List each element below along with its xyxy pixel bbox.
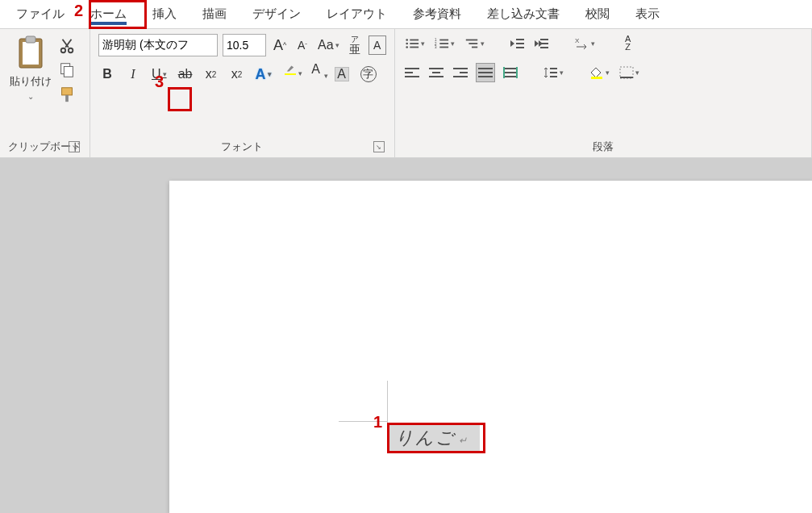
- svg-rect-45: [503, 76, 518, 77]
- svg-rect-50: [550, 76, 557, 77]
- paste-button[interactable]: 貼り付け ⌄: [8, 34, 53, 102]
- sort-button[interactable]: AZ: [619, 34, 637, 53]
- enclose-characters-button[interactable]: A: [369, 35, 386, 55]
- clipboard-launcher[interactable]: ↘: [69, 141, 80, 152]
- text-direction-button[interactable]: X▾: [573, 34, 597, 53]
- phonetic-guide-button[interactable]: ア亜: [346, 35, 364, 55]
- character-shading-button[interactable]: A: [333, 65, 351, 84]
- ribbon-tabs: ファイル ホーム 挿入 描画 デザイン レイアウト 参考資料 差し込み文書 校閲…: [0, 0, 812, 29]
- tab-draw[interactable]: 描画: [189, 2, 239, 27]
- align-center-button[interactable]: [427, 63, 445, 82]
- clipboard-icon: [15, 35, 47, 71]
- svg-rect-49: [550, 72, 557, 73]
- svg-point-4: [69, 48, 73, 53]
- shrink-font-button[interactable]: Aˇ: [294, 35, 311, 55]
- italic-button[interactable]: I: [124, 65, 142, 84]
- svg-rect-24: [516, 39, 524, 40]
- svg-rect-37: [453, 68, 468, 69]
- svg-rect-46: [503, 67, 505, 78]
- page[interactable]: りんご↵: [169, 181, 812, 513]
- svg-text:3: 3: [435, 45, 437, 49]
- svg-rect-7: [62, 88, 73, 95]
- svg-rect-22: [468, 43, 477, 44]
- tab-insert[interactable]: 挿入: [139, 2, 189, 27]
- tab-references[interactable]: 参考資料: [400, 2, 474, 27]
- document-area: りんご↵: [0, 158, 812, 513]
- tab-review[interactable]: 校閲: [573, 2, 623, 27]
- annotation-number-1: 1: [373, 413, 382, 432]
- distribute-button[interactable]: [502, 63, 519, 82]
- svg-rect-14: [410, 47, 418, 48]
- annotation-number-2: 2: [74, 2, 83, 20]
- superscript-button[interactable]: x2: [228, 65, 246, 84]
- svg-rect-6: [64, 66, 73, 77]
- font-color-button[interactable]: A▾: [307, 65, 325, 84]
- change-case-button[interactable]: Aa▾: [316, 35, 341, 55]
- borders-button[interactable]: ▾: [618, 63, 641, 82]
- tab-view[interactable]: 表示: [623, 2, 673, 27]
- svg-rect-33: [405, 76, 419, 77]
- strikethrough-button[interactable]: ab: [177, 65, 194, 84]
- align-left-button[interactable]: [403, 63, 421, 82]
- margin-guide-v: [387, 381, 388, 429]
- tab-home[interactable]: ホーム: [77, 2, 139, 27]
- decrease-indent-button[interactable]: [509, 34, 527, 53]
- svg-point-11: [406, 43, 408, 45]
- character-border-button[interactable]: 字: [359, 65, 378, 84]
- cut-icon[interactable]: [58, 37, 76, 55]
- ribbon: 貼り付け ⌄ クリップボード ↘ A^ Aˇ Aa▾ ア亜 A: [0, 29, 812, 158]
- align-right-button[interactable]: [452, 63, 469, 82]
- svg-point-13: [406, 46, 408, 48]
- group-label-paragraph: 段落: [403, 136, 803, 156]
- copy-icon[interactable]: [58, 61, 76, 79]
- svg-rect-20: [439, 47, 448, 48]
- tab-mailings[interactable]: 差し込み文書: [474, 2, 573, 27]
- svg-rect-52: [620, 67, 633, 78]
- numbering-button[interactable]: 123▾: [433, 34, 456, 53]
- font-launcher[interactable]: ↘: [373, 141, 385, 152]
- format-painter-icon[interactable]: [58, 86, 76, 103]
- subscript-button[interactable]: x2: [202, 65, 220, 84]
- shading-button[interactable]: ▾: [588, 63, 611, 82]
- group-font: A^ Aˇ Aa▾ ア亜 A B I U▾ ab x2 x2 A▾ ▾ A▾ A…: [90, 29, 395, 157]
- svg-rect-21: [465, 40, 477, 41]
- svg-rect-28: [540, 43, 548, 44]
- svg-rect-40: [478, 68, 493, 69]
- bullets-button[interactable]: ▾: [403, 34, 427, 53]
- group-label-clipboard: クリップボード ↘: [8, 136, 81, 156]
- svg-rect-34: [429, 68, 443, 69]
- tab-design[interactable]: デザイン: [239, 2, 314, 27]
- svg-rect-25: [516, 43, 524, 44]
- increase-indent-button[interactable]: [533, 34, 551, 53]
- highlight-button[interactable]: ▾: [281, 65, 299, 84]
- tab-layout[interactable]: レイアウト: [314, 2, 400, 27]
- svg-rect-26: [516, 47, 524, 48]
- font-size-select[interactable]: [223, 34, 266, 56]
- grow-font-button[interactable]: A^: [271, 35, 289, 55]
- tab-file[interactable]: ファイル: [3, 2, 77, 27]
- line-spacing-button[interactable]: ▾: [542, 63, 565, 82]
- svg-rect-2: [26, 36, 35, 43]
- svg-rect-27: [540, 39, 548, 40]
- svg-rect-23: [472, 47, 477, 48]
- svg-rect-51: [591, 77, 602, 79]
- bold-button[interactable]: B: [98, 65, 116, 84]
- group-paragraph: ▾ 123▾ ▾ X▾ AZ ▾ ▾ ▾: [395, 29, 812, 157]
- svg-point-3: [61, 48, 66, 53]
- svg-rect-29: [540, 47, 548, 48]
- svg-rect-38: [460, 72, 468, 73]
- multilevel-list-button[interactable]: ▾: [463, 34, 486, 53]
- svg-rect-35: [432, 72, 440, 73]
- paragraph-mark-icon: ↵: [459, 435, 468, 446]
- svg-rect-1: [23, 42, 39, 65]
- svg-rect-18: [439, 43, 448, 44]
- selected-text[interactable]: りんご↵: [389, 423, 480, 453]
- svg-rect-36: [429, 76, 443, 77]
- font-name-select[interactable]: [98, 34, 218, 56]
- align-justify-button[interactable]: [476, 63, 495, 82]
- annotation-number-3: 3: [155, 73, 164, 91]
- svg-rect-31: [405, 68, 419, 69]
- svg-rect-12: [410, 43, 418, 44]
- svg-rect-32: [405, 72, 413, 73]
- text-effects-button[interactable]: A▾: [254, 65, 273, 84]
